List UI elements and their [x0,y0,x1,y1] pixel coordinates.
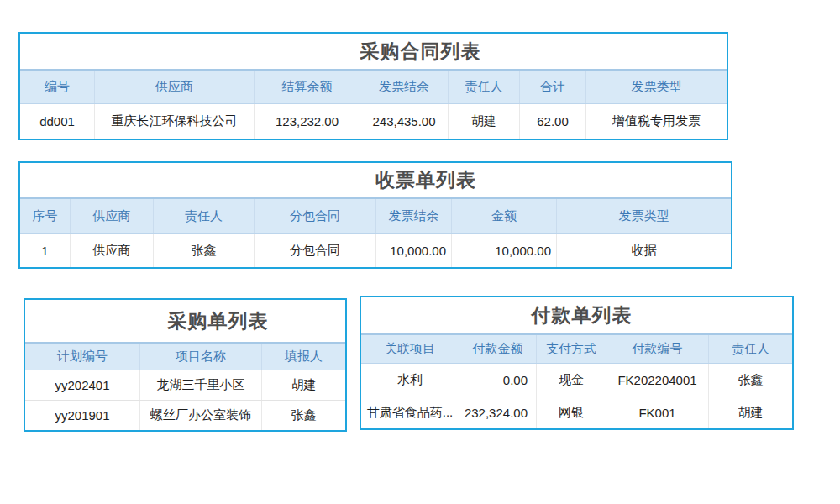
cell-serial-no: 1 [20,234,70,267]
cell-supplier: 供应商 [70,234,153,267]
cell-subcontract: 分包合同 [254,234,375,267]
column-header: 项目名称 [139,344,261,370]
table-header-row: 计划编号 项目名称 填报人 [25,344,345,370]
table-header-row: 关联项目 付款金额 支付方式 付款编号 责任人 [361,335,792,364]
table-title: 付款单列表 [532,302,633,328]
payment-table: 付款单列表 关联项目 付款金额 支付方式 付款编号 责任人 水利 0.00 现金… [360,296,794,430]
cell-settlement-balance: 123,232.00 [254,104,360,139]
cell-amount: 10,000.00 [451,234,556,267]
table-header-row: 序号 供应商 责任人 分包合同 发票结余 金额 发票类型 [20,199,731,234]
cell-supplier: 重庆长江环保科技公司 [94,104,254,139]
column-header: 计划编号 [25,344,139,370]
cell-related-project: 水利 [361,364,459,396]
cell-responsible-person: 张鑫 [708,364,792,396]
cell-payment-no: FK202204001 [606,364,708,396]
column-header: 填报人 [261,344,345,370]
column-header: 责任人 [153,199,254,233]
cell-invoice-type: 收据 [556,234,731,267]
column-header: 发票类型 [585,71,727,103]
table-row: yy201901 螺丝厂办公室装饰 张鑫 [25,400,345,430]
table-title: 采购单列表 [168,308,269,334]
column-header: 发票类型 [556,199,731,233]
table-title: 收票单列表 [375,167,476,193]
cell-related-project: 甘肃省食品药... [361,396,459,428]
column-header: 合计 [519,71,585,103]
cell-invoice-balance: 243,435.00 [360,104,448,139]
table-header-row: 编号 供应商 结算余额 发票结余 责任人 合计 发票类型 [20,71,727,104]
column-header: 分包合同 [254,199,375,233]
table-title: 采购合同列表 [360,39,481,65]
cell-responsible-person: 胡建 [448,104,519,139]
column-header: 结算余额 [254,71,360,103]
column-header: 付款金额 [459,335,536,363]
column-header: 金额 [451,199,556,233]
cell-responsible-person: 张鑫 [153,234,254,267]
table-row: yy202401 龙湖三千里小区 胡建 [25,370,345,400]
column-header: 供应商 [70,199,153,233]
cell-payment-method: 现金 [536,364,606,396]
table-title-row: 采购单列表 [25,300,345,344]
cell-payment-amount: 232,324.00 [459,396,536,428]
purchase-contract-table: 采购合同列表 编号 供应商 结算余额 发票结余 责任人 合计 发票类型 dd00… [18,32,728,140]
cell-project-name: 螺丝厂办公室装饰 [139,401,261,430]
cell-filler: 胡建 [261,370,345,400]
cell-invoice-type: 增值税专用发票 [585,104,727,139]
cell-responsible-person: 胡建 [708,396,792,428]
table-row: dd001 重庆长江环保科技公司 123,232.00 243,435.00 胡… [20,104,727,139]
column-header: 编号 [20,71,94,103]
cell-plan-no: yy202401 [25,370,139,400]
table-title-row: 付款单列表 [361,297,792,335]
receipt-table: 收票单列表 序号 供应商 责任人 分包合同 发票结余 金额 发票类型 1 供应商… [18,161,732,269]
purchase-order-table: 采购单列表 计划编号 项目名称 填报人 yy202401 龙湖三千里小区 胡建 … [24,298,347,432]
cell-plan-no: yy201901 [25,401,139,430]
cell-total: 62.00 [519,104,585,139]
table-title-row: 收票单列表 [20,163,731,199]
table-title-row: 采购合同列表 [20,34,727,71]
column-header: 支付方式 [536,335,606,363]
table-row: 1 供应商 张鑫 分包合同 10,000.00 10,000.00 收据 [20,234,731,267]
cell-payment-amount: 0.00 [459,364,536,396]
column-header: 责任人 [708,335,792,363]
cell-filler: 张鑫 [261,401,345,430]
column-header: 序号 [20,199,70,233]
cell-project-name: 龙湖三千里小区 [139,370,261,400]
table-row: 水利 0.00 现金 FK202204001 张鑫 [361,364,792,396]
column-header: 发票结余 [360,71,448,103]
column-header: 责任人 [448,71,519,103]
cell-contract-no: dd001 [20,104,94,139]
cell-invoice-balance: 10,000.00 [375,234,451,267]
table-row: 甘肃省食品药... 232,324.00 网银 FK001 胡建 [361,396,792,428]
column-header: 供应商 [94,71,254,103]
cell-payment-method: 网银 [536,396,606,428]
column-header: 发票结余 [375,199,451,233]
cell-payment-no: FK001 [606,396,708,428]
column-header: 付款编号 [606,335,708,363]
column-header: 关联项目 [361,335,459,363]
